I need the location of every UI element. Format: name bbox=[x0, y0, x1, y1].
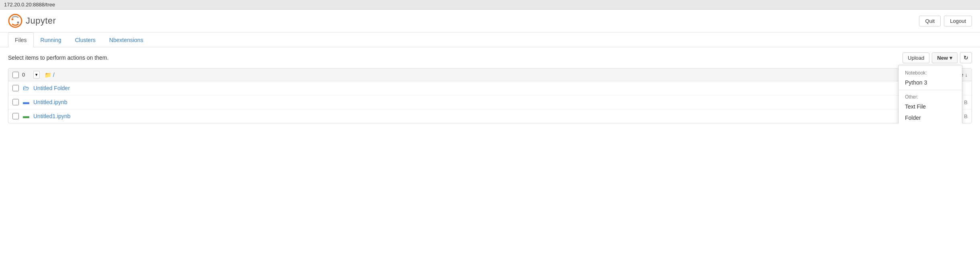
refresh-button[interactable]: ↻ bbox=[960, 52, 972, 63]
notebook2-icon: ▬ bbox=[23, 113, 29, 120]
file-link-untitled-folder[interactable]: Untitled Folder bbox=[33, 85, 70, 91]
breadcrumb: 📁 / bbox=[45, 72, 55, 78]
file-link-untitled-ipynb[interactable]: Untitled.ipynb bbox=[33, 99, 67, 105]
url-text: 172.20.0.20:8888/tree bbox=[4, 2, 55, 8]
tab-clusters[interactable]: Clusters bbox=[68, 32, 102, 47]
logo-area: Jupyter bbox=[8, 14, 56, 28]
text-file-item[interactable]: Text File bbox=[899, 101, 962, 112]
table-row: 🗁 Untitled Folder bbox=[8, 81, 972, 95]
file-list-container: 0 ▾ 📁 / Name ↓ 🗁 Untitled Folder ▬ Untit… bbox=[8, 68, 972, 123]
logout-button[interactable]: Logout bbox=[944, 16, 972, 26]
jupyter-logo-icon bbox=[8, 14, 22, 28]
selected-count: 0 bbox=[22, 72, 30, 78]
address-bar: 172.20.0.20:8888/tree bbox=[0, 0, 980, 10]
select-dropdown-button[interactable]: ▾ bbox=[33, 71, 40, 79]
row-checkbox-1[interactable] bbox=[12, 99, 19, 105]
breadcrumb-path: / bbox=[53, 72, 55, 78]
new-label: New bbox=[937, 55, 948, 61]
other-section-label: Other: bbox=[899, 92, 962, 101]
upload-button[interactable]: Upload bbox=[903, 52, 929, 63]
select-all-checkbox[interactable] bbox=[12, 72, 19, 78]
table-row: ▬ Untitled.ipynb 0 B bbox=[8, 95, 972, 109]
row-checkbox-0[interactable] bbox=[12, 85, 19, 91]
sort-icon[interactable]: ↓ bbox=[965, 72, 968, 78]
tab-running[interactable]: Running bbox=[34, 32, 68, 47]
header-buttons: Quit Logout bbox=[919, 16, 972, 26]
row-checkbox-2[interactable] bbox=[12, 113, 19, 119]
svg-point-2 bbox=[17, 22, 19, 24]
table-row: ▬ Untitled1.ipynb 3 B bbox=[8, 109, 972, 123]
folder-icon: 🗁 bbox=[23, 85, 29, 92]
breadcrumb-folder-icon: 📁 bbox=[45, 72, 51, 78]
list-header-row: 0 ▾ 📁 / Name ↓ bbox=[8, 69, 972, 81]
app-title: Jupyter bbox=[26, 16, 56, 26]
file-link-untitled1-ipynb[interactable]: Untitled1.ipynb bbox=[33, 113, 71, 119]
new-dropdown-caret-icon: ▾ bbox=[950, 55, 952, 61]
select-hint: Select items to perform actions on them. bbox=[8, 54, 109, 61]
tab-nbextensions[interactable]: Nbextensions bbox=[102, 32, 150, 47]
quit-button[interactable]: Quit bbox=[919, 16, 941, 26]
tab-files[interactable]: Files bbox=[8, 32, 34, 47]
header: Jupyter Quit Logout bbox=[0, 10, 980, 32]
toolbar-right: Upload New ▾ ↻ Notebook: Python 3 Other:… bbox=[903, 52, 972, 63]
svg-point-1 bbox=[12, 18, 14, 20]
folder-item[interactable]: Folder bbox=[899, 112, 962, 123]
toolbar-area: Select items to perform actions on them.… bbox=[0, 47, 980, 68]
tabs-bar: Files Running Clusters Nbextensions bbox=[0, 32, 980, 47]
new-button[interactable]: New ▾ bbox=[932, 52, 958, 63]
new-dropdown-menu: Notebook: Python 3 Other: Text File Fold… bbox=[898, 65, 962, 123]
notebook-icon: ▬ bbox=[23, 99, 29, 106]
notebook-section-label: Notebook: bbox=[899, 68, 962, 77]
dropdown-divider bbox=[899, 90, 962, 90]
python3-item[interactable]: Python 3 bbox=[899, 77, 962, 88]
